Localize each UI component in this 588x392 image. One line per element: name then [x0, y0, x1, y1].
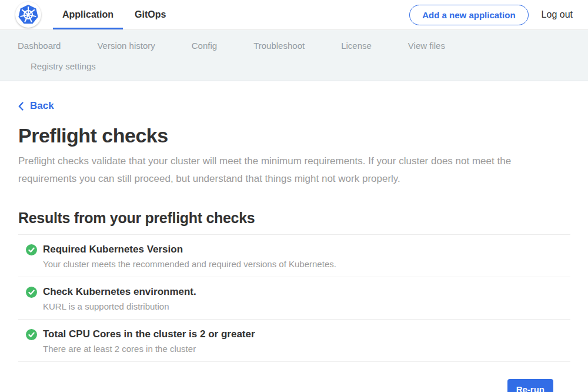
tab-application-label: Application — [62, 9, 113, 20]
kubernetes-logo[interactable] — [15, 2, 41, 28]
page-description: Preflight checks validate that your clus… — [18, 152, 565, 188]
check-title: Check Kubernetes environment. — [43, 286, 196, 298]
page-title: Preflight checks — [18, 124, 570, 147]
results-heading: Results from your preflight checks — [18, 210, 570, 227]
check-detail: Your cluster meets the recommended and r… — [43, 259, 336, 269]
back-link-label: Back — [30, 100, 54, 112]
app-subnav: Dashboard Version history Config Trouble… — [0, 30, 588, 81]
tab-gitops[interactable]: GitOps — [125, 0, 175, 29]
preflight-results-list: Required Kubernetes Version Your cluster… — [18, 234, 570, 362]
subnav-item-license[interactable]: License — [341, 38, 372, 54]
logout-link[interactable]: Log out — [542, 9, 573, 20]
back-link[interactable]: Back — [18, 100, 54, 112]
rerun-row: Re-run — [18, 362, 570, 392]
check-text: Required Kubernetes Version Your cluster… — [43, 244, 336, 269]
preflight-check-row: Required Kubernetes Version Your cluster… — [18, 235, 570, 277]
main-content: Back Preflight checks Preflight checks v… — [0, 81, 588, 392]
check-pass-icon — [26, 287, 37, 298]
check-pass-icon — [26, 244, 37, 255]
rerun-button[interactable]: Re-run — [507, 379, 553, 392]
preflight-check-row: Total CPU Cores in the cluster is 2 or g… — [18, 320, 570, 362]
check-title: Total CPU Cores in the cluster is 2 or g… — [43, 328, 255, 340]
kubernetes-logo-icon — [15, 2, 41, 28]
check-text: Check Kubernetes environment. KURL is a … — [43, 286, 196, 311]
check-pass-icon — [26, 329, 37, 340]
chevron-left-icon — [18, 102, 24, 111]
tab-application[interactable]: Application — [53, 0, 123, 29]
check-text: Total CPU Cores in the cluster is 2 or g… — [43, 328, 255, 354]
check-detail: KURL is a supported distribution — [43, 301, 196, 311]
check-title: Required Kubernetes Version — [43, 244, 336, 255]
subnav-item-registry-settings[interactable]: Registry settings — [31, 58, 96, 74]
topnav-right: Add a new application Log out — [409, 0, 573, 29]
subnav-item-troubleshoot[interactable]: Troubleshoot — [253, 38, 305, 54]
subnav-item-view-files[interactable]: View files — [408, 38, 445, 54]
subnav-item-version-history[interactable]: Version history — [97, 38, 155, 54]
top-navbar: Application GitOps Add a new application… — [0, 0, 588, 30]
check-detail: There are at least 2 cores in the cluste… — [43, 344, 255, 354]
subnav-item-dashboard[interactable]: Dashboard — [18, 38, 61, 54]
add-new-application-button[interactable]: Add a new application — [409, 5, 528, 25]
primary-tabs: Application GitOps — [52, 0, 176, 29]
preflight-check-row: Check Kubernetes environment. KURL is a … — [18, 277, 570, 320]
subnav-item-config[interactable]: Config — [192, 38, 217, 54]
tab-gitops-label: GitOps — [135, 9, 166, 20]
